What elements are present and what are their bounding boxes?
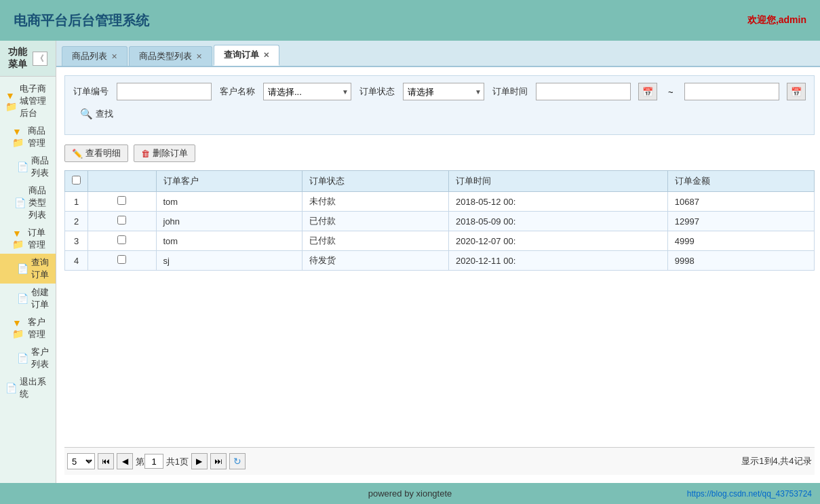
table-header: 订单客户 订单状态 订单时间 订单金额 [65,171,815,192]
sidebar-item-label: 商品列表 [31,155,50,179]
tab-order-query[interactable]: 查询订单 ✕ [214,45,279,66]
tab-goods-type[interactable]: 商品类型列表 ✕ [129,46,212,66]
sidebar-item-order-create[interactable]: 📄 创建订单 [0,284,56,313]
next-page-button[interactable]: ▶ [191,453,208,469]
sidebar-item-label: 创建订单 [31,286,50,311]
current-page-input[interactable] [144,454,163,469]
first-page-button[interactable]: ⏮ [98,453,114,469]
time-label: 订单时间 [492,85,528,98]
row-amount: 4999 [667,231,814,251]
view-detail-button[interactable]: ✏️ 查看明细 [64,144,128,162]
sidebar-item-customer-list[interactable]: 📄 客户列表 [0,343,56,373]
row-checkbox[interactable] [117,255,126,264]
doc-icon: 📄 [17,293,28,304]
row-time: 2020-12-11 00: [449,251,668,271]
powered-by-text: powered by xiongtete [368,488,452,499]
pagination-left: 5 10 20 50 ▼ ⏮ ◀ 第 共1页 ▶ ⏭ [67,453,246,469]
search-btn-label: 查找 [96,108,113,120]
main-layout: 功能菜单 《 ▼📁 电子商城管理后台 ▼📁 商品管理 📄 商品列表 [0,41,820,483]
total-pages-label: 共1页 [166,457,189,467]
row-checkbox[interactable] [117,216,126,225]
table-body: 1 tom 未付款 2018-05-12 00: 10687 2 john [65,192,815,271]
welcome-text: 欢迎您,admin [747,14,806,26]
status-select[interactable]: 请选择 未付款 已付款 待发货 [403,83,484,100]
search-icon: 🔍 [80,108,93,120]
content-panel: 订单编号 客户名称 请选择... ▼ 订单状态 请选择 未付款 [56,67,820,483]
sidebar-item-label: 客户管理 [28,316,50,341]
row-checkbox[interactable] [117,235,126,244]
sidebar-item-customer-mgmt[interactable]: ▼📁 客户管理 [0,313,56,343]
table-row: 4 sj 待发货 2020-12-11 00: 9998 [65,251,815,271]
select-all-checkbox[interactable] [72,176,81,185]
footer-link[interactable]: https://blog.csdn.net/qq_43753724 [687,489,812,499]
sidebar-title: 功能菜单 [8,46,33,71]
row-status: 已付款 [302,212,449,231]
tab-close-icon[interactable]: ✕ [111,52,117,61]
status-select-wrapper: 请选择 未付款 已付款 待发货 ▼ [403,83,484,100]
order-no-input[interactable] [117,83,212,100]
form-row-2: 🔍 查找 [73,106,806,122]
page-size-select[interactable]: 5 10 20 50 [67,453,95,469]
row-status: 待发货 [302,251,449,271]
sidebar-item-root[interactable]: ▼📁 电子商城管理后台 [0,80,56,122]
sidebar-item-goods-type[interactable]: 📄 商品类型列表 [0,182,56,224]
customer-select[interactable]: 请选择... [263,83,351,100]
row-num: 1 [65,192,88,212]
sidebar-item-goods-list[interactable]: 📄 商品列表 [0,152,56,182]
sidebar-item-label: 客户列表 [31,346,50,370]
row-customer: tom [156,231,302,251]
row-checkbox-cell [88,251,157,271]
tab-label: 查询订单 [224,49,259,61]
date-end-input[interactable] [684,83,779,100]
sidebar-collapse-button[interactable]: 《 [33,52,47,66]
customer-label: 客户名称 [220,85,255,98]
delete-label: 删除订单 [153,147,188,159]
refresh-button[interactable]: ↻ [229,453,246,469]
sidebar-item-logout[interactable]: 📄 退出系统 [0,373,56,403]
sidebar-item-label: 订单管理 [28,227,50,251]
delete-order-button[interactable]: 🗑 删除订单 [134,144,195,162]
row-amount: 12997 [667,212,814,231]
row-time: 2020-12-07 00: [449,231,668,251]
pagination-right: 显示1到4,共4记录 [741,455,811,467]
sidebar-header: 功能菜单 《 [0,41,56,77]
row-customer: john [156,212,302,231]
row-amount: 10687 [667,192,814,212]
tab-close-icon[interactable]: ✕ [196,52,202,61]
date-separator: ~ [668,87,673,97]
app-title: 电商平台后台管理系统 [14,12,149,30]
table-container: 订单客户 订单状态 订单时间 订单金额 1 tom 未付款 [64,170,815,447]
header: 电商平台后台管理系统 欢迎您,admin [0,0,820,41]
row-status: 已付款 [302,231,449,251]
date-end-picker-button[interactable]: 📅 [787,83,806,100]
folder-icon: ▼📁 [5,90,17,112]
table-row: 1 tom 未付款 2018-05-12 00: 10687 [65,192,815,212]
row-num: 3 [65,231,88,251]
sidebar-item-order-mgmt[interactable]: ▼📁 订单管理 [0,224,56,254]
date-start-picker-button[interactable]: 📅 [638,83,657,100]
customer-select-wrapper: 请选择... ▼ [263,83,351,100]
form-row-1: 订单编号 客户名称 请选择... ▼ 订单状态 请选择 未付款 [73,83,806,100]
sidebar-item-goods-mgmt[interactable]: ▼📁 商品管理 [0,122,56,152]
prev-page-button[interactable]: ◀ [117,453,133,469]
pagination: 5 10 20 50 ▼ ⏮ ◀ 第 共1页 ▶ ⏭ [64,447,815,475]
tab-close-icon[interactable]: ✕ [263,51,269,60]
date-start-input[interactable] [536,83,631,100]
search-button[interactable]: 🔍 查找 [73,106,120,122]
row-checkbox-cell [88,212,157,231]
sidebar-item-order-query[interactable]: 📄 查询订单 [0,254,56,284]
doc-icon: 📄 [17,161,28,172]
th-amount: 订单金额 [667,171,814,192]
sidebar-tree: ▼📁 电子商城管理后台 ▼📁 商品管理 📄 商品列表 📄 商品类型列表 [0,77,56,483]
tabs-bar: 商品列表 ✕ 商品类型列表 ✕ 查询订单 ✕ [56,41,820,67]
row-checkbox[interactable] [117,196,126,205]
th-empty [88,171,157,192]
table-header-row: 订单客户 订单状态 订单时间 订单金额 [65,171,815,192]
username: admin [779,14,806,25]
tab-goods-list[interactable]: 商品列表 ✕ [62,46,128,66]
th-checkbox [65,171,88,192]
sidebar-item-label: 退出系统 [20,376,50,400]
status-label: 订单状态 [359,85,395,98]
last-page-button[interactable]: ⏭ [210,453,227,469]
sidebar-item-label: 电子商城管理后台 [20,83,50,119]
